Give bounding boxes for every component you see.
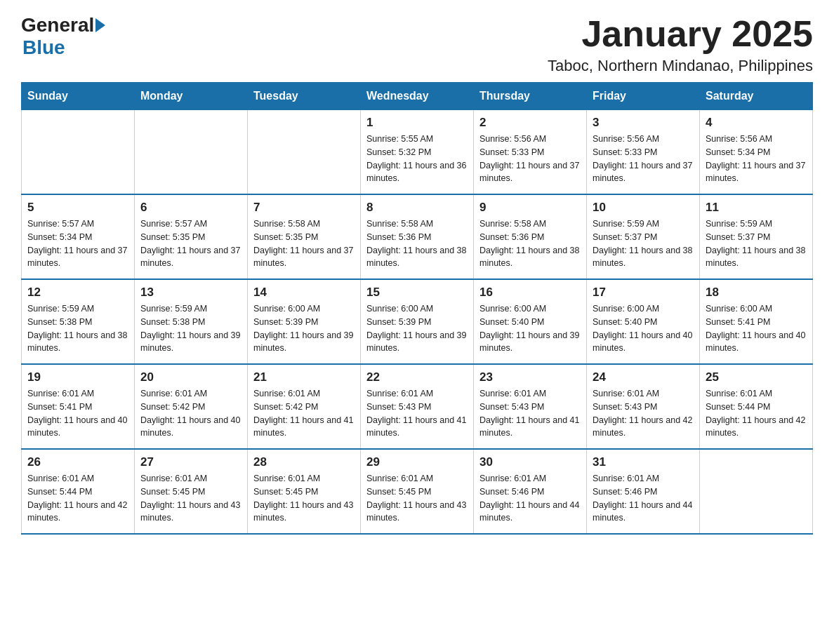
calendar-cell: 27Sunrise: 6:01 AMSunset: 5:45 PMDayligh…: [135, 449, 248, 534]
calendar-cell: 18Sunrise: 6:00 AMSunset: 5:41 PMDayligh…: [700, 279, 813, 364]
calendar-table: SundayMondayTuesdayWednesdayThursdayFrid…: [21, 82, 813, 535]
day-detail: Sunrise: 6:01 AMSunset: 5:41 PMDaylight:…: [27, 387, 128, 440]
header-monday: Monday: [135, 83, 248, 110]
day-number: 21: [253, 370, 355, 384]
day-detail: Sunrise: 5:57 AMSunset: 5:35 PMDaylight:…: [140, 217, 241, 270]
day-detail: Sunrise: 6:00 AMSunset: 5:39 PMDaylight:…: [366, 302, 468, 355]
calendar-cell: 20Sunrise: 6:01 AMSunset: 5:42 PMDayligh…: [135, 364, 248, 449]
logo-arrow-icon: [95, 18, 105, 32]
day-number: 9: [479, 201, 581, 215]
day-detail: Sunrise: 5:59 AMSunset: 5:37 PMDaylight:…: [593, 217, 694, 270]
day-detail: Sunrise: 6:01 AMSunset: 5:43 PMDaylight:…: [366, 387, 468, 440]
header-sunday: Sunday: [22, 83, 135, 110]
calendar-cell: [22, 110, 135, 195]
calendar-cell: 7Sunrise: 5:58 AMSunset: 5:35 PMDaylight…: [248, 194, 361, 279]
calendar-cell: 14Sunrise: 6:00 AMSunset: 5:39 PMDayligh…: [248, 279, 361, 364]
day-detail: Sunrise: 6:01 AMSunset: 5:42 PMDaylight:…: [253, 387, 355, 440]
day-number: 31: [593, 455, 694, 469]
day-number: 29: [366, 455, 468, 469]
title-block: January 2025 Taboc, Northern Mindanao, P…: [548, 14, 813, 75]
day-number: 5: [27, 201, 128, 215]
day-detail: Sunrise: 5:58 AMSunset: 5:36 PMDaylight:…: [479, 217, 581, 270]
day-number: 12: [27, 286, 128, 300]
day-detail: Sunrise: 6:01 AMSunset: 5:45 PMDaylight:…: [253, 472, 355, 525]
calendar-cell: [700, 449, 813, 534]
calendar-cell: 17Sunrise: 6:00 AMSunset: 5:40 PMDayligh…: [587, 279, 700, 364]
day-number: 7: [253, 201, 355, 215]
calendar-cell: 8Sunrise: 5:58 AMSunset: 5:36 PMDaylight…: [361, 194, 474, 279]
calendar-cell: 1Sunrise: 5:55 AMSunset: 5:32 PMDaylight…: [361, 110, 474, 195]
calendar-cell: 23Sunrise: 6:01 AMSunset: 5:43 PMDayligh…: [474, 364, 587, 449]
day-number: 2: [479, 116, 581, 130]
day-number: 4: [706, 116, 807, 130]
day-detail: Sunrise: 6:01 AMSunset: 5:45 PMDaylight:…: [366, 472, 468, 525]
calendar-cell: 21Sunrise: 6:01 AMSunset: 5:42 PMDayligh…: [248, 364, 361, 449]
calendar-cell: 5Sunrise: 5:57 AMSunset: 5:34 PMDaylight…: [22, 194, 135, 279]
day-number: 10: [593, 201, 694, 215]
calendar-cell: 25Sunrise: 6:01 AMSunset: 5:44 PMDayligh…: [700, 364, 813, 449]
day-detail: Sunrise: 5:56 AMSunset: 5:34 PMDaylight:…: [706, 133, 807, 185]
calendar-cell: 15Sunrise: 6:00 AMSunset: 5:39 PMDayligh…: [361, 279, 474, 364]
calendar-cell: 9Sunrise: 5:58 AMSunset: 5:36 PMDaylight…: [474, 194, 587, 279]
day-number: 26: [27, 455, 128, 469]
day-number: 13: [140, 286, 241, 300]
day-number: 20: [140, 370, 241, 384]
day-number: 18: [706, 286, 807, 300]
calendar-cell: 31Sunrise: 6:01 AMSunset: 5:46 PMDayligh…: [587, 449, 700, 534]
day-number: 6: [140, 201, 241, 215]
page-title: January 2025: [548, 14, 813, 54]
header-wednesday: Wednesday: [361, 83, 474, 110]
day-detail: Sunrise: 6:01 AMSunset: 5:42 PMDaylight:…: [140, 387, 241, 440]
day-detail: Sunrise: 6:01 AMSunset: 5:44 PMDaylight:…: [706, 387, 807, 440]
week-row-1: 1Sunrise: 5:55 AMSunset: 5:32 PMDaylight…: [22, 110, 813, 195]
calendar-cell: [248, 110, 361, 195]
day-number: 30: [479, 455, 581, 469]
day-detail: Sunrise: 5:55 AMSunset: 5:32 PMDaylight:…: [366, 133, 468, 185]
calendar-cell: 26Sunrise: 6:01 AMSunset: 5:44 PMDayligh…: [22, 449, 135, 534]
day-number: 23: [479, 370, 581, 384]
day-detail: Sunrise: 5:58 AMSunset: 5:35 PMDaylight:…: [253, 217, 355, 270]
logo-text: General: [21, 14, 105, 36]
day-detail: Sunrise: 5:58 AMSunset: 5:36 PMDaylight:…: [366, 217, 468, 270]
day-number: 3: [593, 116, 694, 130]
header-thursday: Thursday: [474, 83, 587, 110]
calendar-body: 1Sunrise: 5:55 AMSunset: 5:32 PMDaylight…: [22, 110, 813, 535]
day-number: 14: [253, 286, 355, 300]
day-detail: Sunrise: 5:56 AMSunset: 5:33 PMDaylight:…: [479, 133, 581, 185]
day-detail: Sunrise: 5:59 AMSunset: 5:37 PMDaylight:…: [706, 217, 807, 270]
day-number: 28: [253, 455, 355, 469]
calendar-cell: 13Sunrise: 5:59 AMSunset: 5:38 PMDayligh…: [135, 279, 248, 364]
header-row: SundayMondayTuesdayWednesdayThursdayFrid…: [22, 83, 813, 110]
header-friday: Friday: [587, 83, 700, 110]
calendar-cell: 12Sunrise: 5:59 AMSunset: 5:38 PMDayligh…: [22, 279, 135, 364]
calendar-header: SundayMondayTuesdayWednesdayThursdayFrid…: [22, 83, 813, 110]
day-detail: Sunrise: 6:00 AMSunset: 5:39 PMDaylight:…: [253, 302, 355, 355]
day-number: 15: [366, 286, 468, 300]
day-detail: Sunrise: 6:00 AMSunset: 5:40 PMDaylight:…: [479, 302, 581, 355]
logo-blue-text: Blue: [21, 36, 65, 59]
day-number: 17: [593, 286, 694, 300]
calendar-cell: 6Sunrise: 5:57 AMSunset: 5:35 PMDaylight…: [135, 194, 248, 279]
day-number: 11: [706, 201, 807, 215]
calendar-cell: 10Sunrise: 5:59 AMSunset: 5:37 PMDayligh…: [587, 194, 700, 279]
day-detail: Sunrise: 5:57 AMSunset: 5:34 PMDaylight:…: [27, 217, 128, 270]
day-number: 8: [366, 201, 468, 215]
page-subtitle: Taboc, Northern Mindanao, Philippines: [548, 57, 813, 75]
day-number: 22: [366, 370, 468, 384]
day-detail: Sunrise: 5:56 AMSunset: 5:33 PMDaylight:…: [593, 133, 694, 185]
week-row-3: 12Sunrise: 5:59 AMSunset: 5:38 PMDayligh…: [22, 279, 813, 364]
day-detail: Sunrise: 6:01 AMSunset: 5:44 PMDaylight:…: [27, 472, 128, 525]
calendar-cell: 22Sunrise: 6:01 AMSunset: 5:43 PMDayligh…: [361, 364, 474, 449]
calendar-cell: 30Sunrise: 6:01 AMSunset: 5:46 PMDayligh…: [474, 449, 587, 534]
calendar-cell: 19Sunrise: 6:01 AMSunset: 5:41 PMDayligh…: [22, 364, 135, 449]
day-detail: Sunrise: 6:01 AMSunset: 5:43 PMDaylight:…: [593, 387, 694, 440]
calendar-cell: 4Sunrise: 5:56 AMSunset: 5:34 PMDaylight…: [700, 110, 813, 195]
day-number: 25: [706, 370, 807, 384]
day-number: 19: [27, 370, 128, 384]
day-detail: Sunrise: 5:59 AMSunset: 5:38 PMDaylight:…: [140, 302, 241, 355]
logo-blue: Blue: [22, 36, 65, 58]
day-number: 1: [366, 116, 468, 130]
calendar-cell: 29Sunrise: 6:01 AMSunset: 5:45 PMDayligh…: [361, 449, 474, 534]
day-number: 16: [479, 286, 581, 300]
day-detail: Sunrise: 6:00 AMSunset: 5:40 PMDaylight:…: [593, 302, 694, 355]
